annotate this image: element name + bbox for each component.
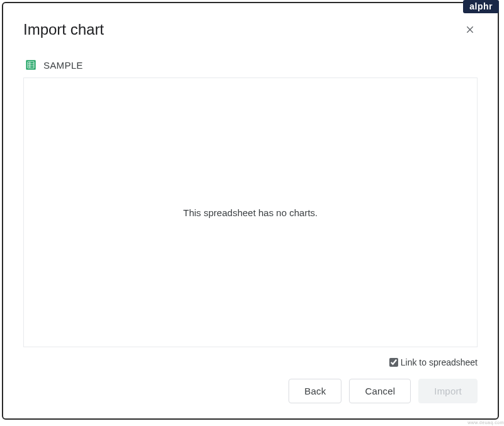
empty-state-message: This spreadsheet has no charts.: [183, 207, 318, 218]
link-to-spreadsheet-label[interactable]: Link to spreadsheet: [401, 357, 478, 367]
alphr-badge: alphr: [463, 0, 499, 13]
dialog-frame: Import chart SAMPLE This: [2, 2, 499, 420]
spreadsheet-name: SAMPLE: [43, 60, 83, 71]
cancel-button[interactable]: Cancel: [349, 379, 411, 403]
spreadsheet-selector[interactable]: SAMPLE: [23, 59, 478, 71]
import-button: Import: [418, 379, 478, 403]
dialog-actions: Back Cancel Import: [23, 379, 478, 403]
import-chart-dialog: Import chart SAMPLE This: [3, 3, 498, 418]
link-to-spreadsheet-checkbox[interactable]: [389, 358, 398, 367]
dialog-header: Import chart: [23, 21, 478, 38]
dialog-title: Import chart: [23, 21, 104, 38]
chart-preview-area: This spreadsheet has no charts.: [23, 78, 478, 347]
sheets-icon: [25, 59, 37, 71]
watermark: www.deuaq.com: [467, 420, 504, 425]
link-option-row: Link to spreadsheet: [23, 357, 478, 367]
close-button[interactable]: [462, 22, 478, 37]
close-icon: [465, 25, 475, 35]
back-button[interactable]: Back: [289, 379, 341, 403]
